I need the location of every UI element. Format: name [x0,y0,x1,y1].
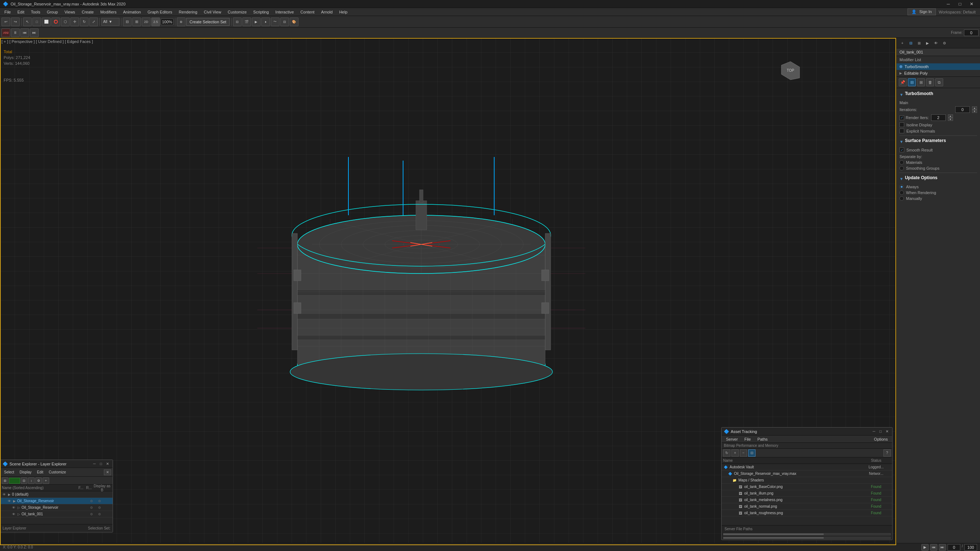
always-radio[interactable] [899,185,904,189]
panel-motion-icon[interactable]: ▶ [924,39,931,47]
show-end-button[interactable]: ⊞ [917,78,925,86]
se-all-button[interactable]: ⊞ [2,478,8,484]
at-row-maps[interactable]: 📁 Maps / Shaders [722,477,892,484]
select-by-name-button[interactable]: □ [32,17,41,26]
at-scrollbar-v[interactable] [723,537,891,539]
panel-create-icon[interactable]: + [899,39,906,47]
se-menu-display[interactable]: Display [18,469,34,475]
prev-frame-button[interactable]: ⏮ [21,29,29,37]
at-menu-options[interactable]: Options [871,436,891,442]
menu-modifiers[interactable]: Modifiers [97,9,119,15]
color-clipboard-button[interactable]: 🎨 [290,17,299,26]
remove-modifier-button[interactable]: 🗑 [926,78,934,86]
panel-modify-icon[interactable]: ⊟ [907,39,915,47]
at-help-button[interactable]: ? [883,449,891,457]
render-iters-up[interactable]: ▲ [948,114,953,118]
menu-civil-view[interactable]: Civil View [201,9,224,15]
at-refresh-button[interactable]: ↻ [723,449,730,457]
align-button[interactable]: ⊞ [132,17,141,26]
show-modifier-button[interactable]: ⊟ [908,78,916,86]
se-row-default-layer[interactable]: 👁 ▶ 0 (default) [0,491,113,498]
render-iters-spinner[interactable]: ▲ ▼ [948,114,953,121]
schematic-view-button[interactable]: ⊟ [280,17,289,26]
se-expand-button[interactable]: ⊟ [21,478,27,484]
create-selection-set-button[interactable]: Create Selection Set [186,18,230,26]
at-maximize-button[interactable]: □ [878,429,883,435]
play-button[interactable]: ⏸ [11,29,20,37]
se-row-oil-storage-mesh[interactable]: 👁 ▷ Oil_Storage_Reservoir ⚙ ⚙ [0,504,113,511]
se-row-oil-tank[interactable]: 👁 ▷ Oil_tank_001 ⚙ ⚙ [0,511,113,518]
render-setup-button[interactable]: 🎬 [242,17,251,26]
select-region-poly-button[interactable]: ⬡ [61,17,70,26]
at-menu-paths[interactable]: Paths [754,436,770,442]
render-iters-checkbox[interactable]: ✓ [899,116,904,120]
smoothing-groups-radio[interactable] [899,166,904,170]
scene-explorer-close-button[interactable]: ✕ [105,461,110,467]
at-menu-file[interactable]: File [741,436,754,442]
menu-customize[interactable]: Customize [225,9,250,15]
se-filter-button[interactable]: ✕ [104,469,111,475]
iterations-spinner[interactable]: ▲ ▼ [972,106,977,113]
menu-animation[interactable]: Animation [120,9,144,15]
at-row-basecolor[interactable]: 🖼 oil_tank_BaseColor.png Found [722,484,892,490]
select-button[interactable]: ↖ [23,17,32,26]
select-region-circle-button[interactable]: ⭕ [51,17,60,26]
at-row-max-file[interactable]: 🔷 Oil_Storage_Reservoir_max_vray.max Net… [722,470,892,477]
menu-content[interactable]: Content [298,9,317,15]
menu-tools[interactable]: Tools [28,9,43,15]
se-eye-icon-4[interactable]: 👁 [11,512,16,516]
panel-utilities-icon[interactable]: ⚙ [941,39,948,47]
at-menu-server[interactable]: Server [723,436,741,442]
snap-2d-button[interactable]: 2D [142,17,151,26]
at-row-vault[interactable]: 🔷 Autodesk Vault Logged... [722,464,892,470]
iterations-value[interactable]: 0 [955,106,970,113]
menu-rendering[interactable]: Rendering [176,9,200,15]
se-eye-icon-3[interactable]: 👁 [11,505,16,510]
modifier-item-editable-poly[interactable]: ▶ Editable Poly [897,70,980,76]
se-eye-icon-2[interactable]: 👁 [7,499,11,503]
at-content[interactable]: 🔷 Autodesk Vault Logged... 🔷 Oil_Storage… [722,464,892,525]
panel-display-icon[interactable]: 👁 [932,39,940,47]
se-menu-select[interactable]: Select [2,469,16,475]
frame-number[interactable]: 0 [964,30,978,36]
curve-editor-button[interactable]: 〜 [271,17,280,26]
at-row-illum[interactable]: 🖼 oil_tank_illum.png Found [722,490,892,497]
play-anim-button[interactable]: ▶ [921,544,929,551]
snap-3d-button[interactable]: 2.5 [151,17,160,26]
redo-button[interactable]: ↪ [11,17,20,26]
current-frame[interactable]: 0 [948,544,960,551]
view-dropdown[interactable]: All ▼ [101,18,119,26]
modifier-item-turbosmooth[interactable]: TurboSmooth [897,64,980,70]
explicit-normals-checkbox[interactable] [899,129,904,133]
menu-views[interactable]: Views [62,9,78,15]
at-add-button[interactable]: + [732,449,739,457]
iterations-down[interactable]: ▼ [972,110,977,113]
se-row-oil-storage[interactable]: 👁 ▶ Oil_Storage_Reservoir ⚙ ⚙ [0,498,113,504]
animate-button[interactable]: ANI [2,29,10,37]
mirror-button[interactable]: ⊟ [123,17,132,26]
at-scrollbar-h[interactable] [723,533,891,535]
menu-file[interactable]: File [2,9,14,15]
next-frame-button[interactable]: ⏭ [30,29,39,37]
isoline-checkbox[interactable] [899,122,904,127]
select-region-rect-button[interactable]: ⬜ [42,17,51,26]
render-iters-value[interactable]: 2 [931,114,946,121]
menu-group[interactable]: Group [44,9,61,15]
materials-radio[interactable] [899,160,904,165]
menu-interactive[interactable]: Interactive [273,9,297,15]
se-menu-edit[interactable]: Edit [35,469,46,475]
next-key-button[interactable]: ⏭ [939,544,946,551]
scene-explorer-minimize-button[interactable]: ─ [91,461,97,467]
menu-arnold[interactable]: Arnold [318,9,336,15]
undo-button[interactable]: ↩ [2,17,10,26]
at-view-button[interactable]: ⊟ [748,449,756,457]
at-close-button[interactable]: ✕ [884,429,890,435]
percent-value[interactable]: 100% [161,19,173,25]
render-iters-down[interactable]: ▼ [948,118,953,121]
se-sort-button[interactable]: ↕ [28,478,35,484]
scale-button[interactable]: ⤢ [89,17,98,26]
menu-edit[interactable]: Edit [14,9,27,15]
minimize-button[interactable]: ─ [943,0,954,8]
navigation-cube[interactable]: TOP [780,60,802,82]
close-button[interactable]: ✕ [966,0,977,8]
